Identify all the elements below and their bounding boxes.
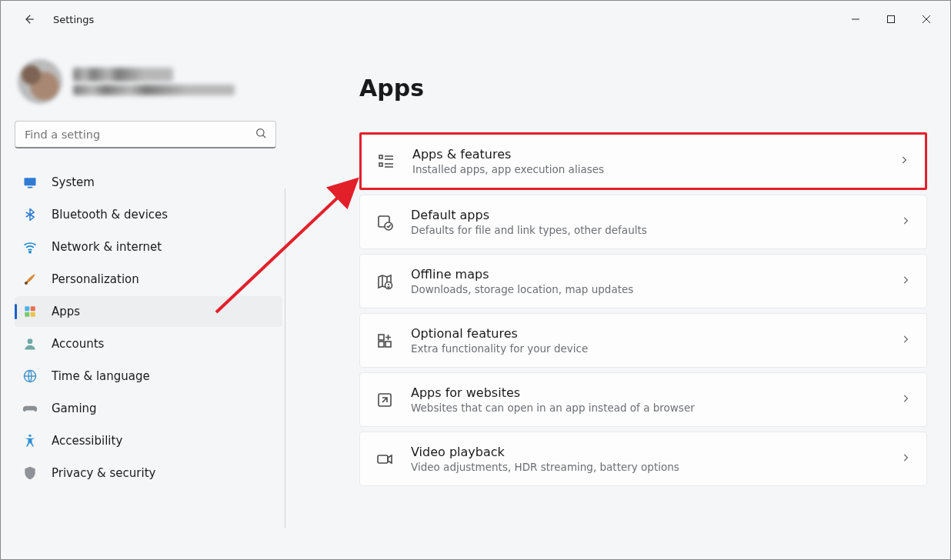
card-title: Optional features [411,326,883,341]
video-icon [375,450,394,468]
accessibility-icon [22,433,38,448]
svg-rect-8 [25,312,29,317]
minimize-icon [851,15,860,24]
window-controls [838,7,944,32]
card-title: Offline maps [411,267,883,282]
wifi-icon [22,239,38,255]
svg-rect-22 [378,455,388,463]
gamepad-icon [22,401,38,416]
sidebar-item-label: Accessibility [52,434,122,448]
back-arrow-icon [22,12,35,26]
profile-name-redacted [73,68,173,82]
sidebar-item-accessibility[interactable]: Accessibility [15,425,282,456]
sidebar-item-label: Apps [52,305,80,318]
profile-text [73,68,235,95]
profile-email-redacted [73,85,235,95]
chevron-right-icon [900,392,911,407]
chevron-right-icon [899,154,909,168]
svg-rect-0 [888,16,895,23]
sidebar-item-apps[interactable]: Apps [15,296,282,327]
chevron-right-icon [900,215,911,229]
card-apps-for-websites[interactable]: Apps for websites Websites that can open… [359,372,927,427]
svg-rect-6 [25,306,29,311]
sidebar-nav: System Bluetooth & devices Network & int… [15,167,282,488]
svg-rect-14 [379,163,382,166]
profile-block[interactable] [15,52,279,121]
search-input[interactable] [15,121,276,148]
avatar [18,59,62,104]
shield-icon [22,465,38,481]
card-title: Video playback [411,445,883,459]
sidebar-item-personalization[interactable]: Personalization [15,264,282,295]
svg-rect-7 [31,306,35,311]
sidebar-item-gaming[interactable]: Gaming [15,393,282,424]
map-icon [375,272,394,291]
svg-point-10 [28,338,33,344]
app-link-icon [375,391,394,409]
window-title: Settings [53,14,94,25]
card-subtitle: Video adjustments, HDR streaming, batter… [411,461,883,473]
settings-cards: Apps & features Installed apps, app exec… [359,132,927,486]
svg-rect-9 [31,312,35,317]
card-text: Apps & features Installed apps, app exec… [412,147,882,175]
svg-point-1 [257,129,264,136]
optional-features-icon [375,332,394,350]
sidebar-item-label: Network & internet [52,240,162,254]
titlebar: Settings [1,1,950,38]
card-video-playback[interactable]: Video playback Video adjustments, HDR st… [359,432,927,486]
bluetooth-icon [22,207,38,222]
sidebar-item-label: Bluetooth & devices [52,208,168,222]
card-subtitle: Extra functionality for your device [411,342,883,355]
apps-icon [22,304,38,319]
svg-point-4 [29,252,31,253]
sidebar-item-accounts[interactable]: Accounts [15,328,282,359]
sidebar-item-privacy[interactable]: Privacy & security [15,458,282,488]
default-apps-icon [375,213,394,232]
maximize-icon [886,15,896,24]
svg-rect-20 [385,342,391,347]
sidebar-item-network[interactable]: Network & internet [15,232,282,262]
sidebar-item-bluetooth[interactable]: Bluetooth & devices [15,199,282,230]
search-wrap [15,121,276,148]
card-text: Optional features Extra functionality fo… [411,326,883,355]
sidebar-item-label: Accounts [52,337,104,351]
card-subtitle: Installed apps, app execution aliases [412,163,882,175]
sidebar-item-label: Personalization [52,272,139,286]
svg-rect-2 [25,178,36,185]
card-title: Apps & features [412,147,882,162]
apps-list-icon [377,152,395,171]
card-apps-features[interactable]: Apps & features Installed apps, app exec… [359,132,927,190]
sidebar-item-time-language[interactable]: Time & language [15,361,282,392]
sidebar-item-label: Gaming [52,402,97,415]
brush-icon [22,272,38,287]
card-default-apps[interactable]: Default apps Defaults for file and link … [359,195,927,249]
sidebar-item-label: Time & language [52,369,150,383]
close-icon [922,15,931,24]
back-button[interactable] [13,4,44,35]
sidebar-separator [285,188,285,528]
close-button[interactable] [909,7,944,32]
chevron-right-icon [900,274,911,288]
svg-point-12 [28,435,31,437]
search-icon [255,127,267,142]
card-subtitle: Defaults for file and link types, other … [411,224,883,236]
card-offline-maps[interactable]: Offline maps Downloads, storage location… [359,254,927,308]
svg-rect-18 [379,335,384,340]
chevron-right-icon [900,452,911,466]
svg-point-5 [25,282,28,285]
card-subtitle: Websites that can open in an app instead… [411,402,883,414]
sidebar-item-label: Privacy & security [52,466,155,480]
svg-rect-19 [379,342,384,347]
card-text: Default apps Defaults for file and link … [411,208,883,236]
card-optional-features[interactable]: Optional features Extra functionality fo… [359,313,927,368]
maximize-button[interactable] [873,7,909,32]
svg-rect-13 [379,155,382,158]
minimize-button[interactable] [838,7,873,32]
card-subtitle: Downloads, storage location, map updates [411,283,883,295]
accounts-icon [22,336,38,352]
page-title: Apps [359,75,927,102]
sidebar-item-system[interactable]: System [15,167,282,198]
card-text: Offline maps Downloads, storage location… [411,267,883,295]
card-text: Apps for websites Websites that can open… [411,385,883,414]
sidebar-item-label: System [52,175,95,189]
